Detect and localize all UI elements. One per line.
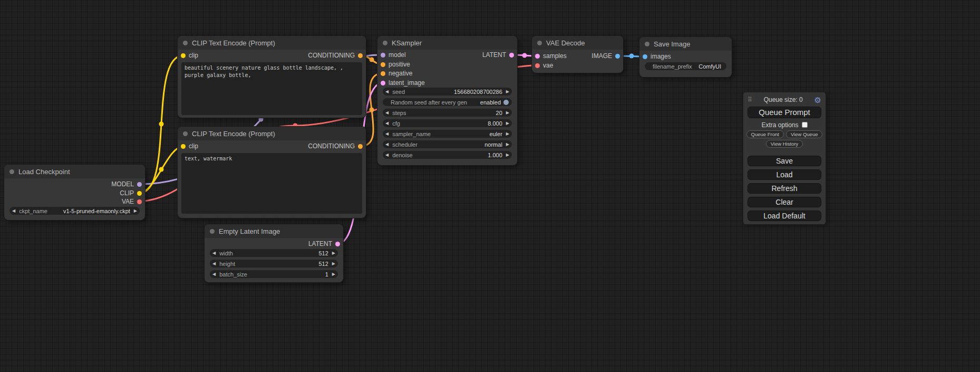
collapse-dot-icon[interactable] — [645, 42, 649, 46]
output-slot-model[interactable]: MODEL — [111, 180, 142, 188]
arrow-right-icon[interactable]: ▶ — [506, 121, 509, 126]
slot-dot-clip[interactable] — [181, 53, 186, 58]
node-title-bar[interactable]: Load Checkpoint — [4, 165, 145, 178]
arrow-right-icon[interactable]: ▶ — [332, 272, 335, 276]
arrow-right-icon[interactable]: ▶ — [506, 153, 509, 157]
widget-seed[interactable]: ◀ seed 156680208700286 ▶ — [383, 88, 512, 96]
node-save-image[interactable]: Save Image images filename_prefix ComfyU… — [639, 37, 732, 77]
arrow-right-icon[interactable]: ▶ — [506, 142, 509, 147]
node-ksampler[interactable]: KSampler model positive negative latent_… — [377, 36, 517, 165]
node-empty-latent-image[interactable]: Empty Latent Image LATENT ◀ width 512 ▶ … — [205, 224, 343, 282]
widget-scheduler[interactable]: ◀ scheduler normal ▶ — [383, 140, 512, 148]
input-slot-images[interactable]: images — [643, 53, 671, 60]
prompt-text-area[interactable]: text, watermark — [181, 153, 362, 214]
widget-ckpt-name[interactable]: ◀ ckpt_name v1-5-pruned-emaonly.ckpt ▶ — [9, 207, 140, 215]
arrow-left-icon[interactable]: ◀ — [212, 272, 216, 276]
collapse-dot-icon[interactable] — [383, 41, 387, 45]
input-slot-clip[interactable]: clip — [181, 142, 198, 150]
input-slot-positive[interactable]: positive — [381, 61, 410, 68]
slot-dot-clip[interactable] — [181, 144, 186, 149]
output-slot-latent[interactable]: LATENT — [308, 240, 340, 247]
arrow-left-icon[interactable]: ◀ — [385, 90, 389, 94]
input-slot-negative[interactable]: negative — [381, 70, 412, 77]
slot-dot-conditioning[interactable] — [381, 71, 385, 76]
slot-dot-latent[interactable] — [535, 54, 540, 59]
slot-dot-image[interactable] — [643, 54, 647, 59]
node-title-bar[interactable]: CLIP Text Encode (Prompt) — [178, 36, 366, 50]
collapse-dot-icon[interactable] — [537, 41, 542, 45]
arrow-right-icon[interactable]: ▶ — [506, 132, 509, 136]
prompt-text-area[interactable]: beautiful scenery nature glass bottle la… — [181, 62, 362, 115]
arrow-right-icon[interactable]: ▶ — [332, 251, 335, 255]
slot-dot-latent[interactable] — [335, 242, 340, 246]
output-slot-conditioning[interactable]: CONDITIONING — [308, 142, 363, 150]
queue-prompt-button[interactable]: Queue Prompt — [748, 107, 821, 118]
output-slot-vae[interactable]: VAE — [122, 198, 142, 205]
view-queue-button[interactable]: View Queue — [786, 130, 823, 138]
arrow-right-icon[interactable]: ▶ — [506, 90, 509, 94]
load-default-button[interactable]: Load Default — [748, 211, 821, 221]
extra-options-checkbox[interactable] — [802, 122, 808, 128]
input-slot-clip[interactable]: clip — [181, 52, 198, 59]
queue-front-button[interactable]: Queue Front — [746, 130, 784, 138]
widget-filename-prefix[interactable]: filename_prefix ComfyUI — [645, 62, 726, 70]
widget-random-seed-toggle[interactable]: Random seed after every gen enabled — [383, 98, 512, 106]
node-clip-text-encode-negative[interactable]: CLIP Text Encode (Prompt) clip CONDITION… — [178, 127, 366, 218]
toggle-knob[interactable] — [503, 100, 509, 105]
arrow-right-icon[interactable]: ▶ — [506, 111, 509, 115]
output-slot-clip[interactable]: CLIP — [120, 189, 142, 197]
input-slot-latent-image[interactable]: latent_image — [381, 79, 425, 87]
node-title-bar[interactable]: CLIP Text Encode (Prompt) — [178, 127, 366, 140]
clear-button[interactable]: Clear — [748, 197, 821, 207]
input-slot-vae[interactable]: vae — [535, 62, 553, 69]
slot-dot-vae[interactable] — [535, 63, 540, 68]
collapse-dot-icon[interactable] — [9, 169, 14, 174]
slot-dot-model[interactable] — [381, 53, 385, 58]
widget-cfg[interactable]: ◀ cfg 8.000 ▶ — [383, 119, 512, 127]
slot-dot-image[interactable] — [615, 54, 620, 59]
widget-height[interactable]: ◀ height 512 ▶ — [210, 260, 338, 268]
collapse-dot-icon[interactable] — [210, 229, 215, 234]
slot-dot-conditioning[interactable] — [358, 144, 363, 149]
arrow-left-icon[interactable]: ◀ — [12, 209, 15, 213]
widget-width[interactable]: ◀ width 512 ▶ — [210, 249, 338, 257]
save-button[interactable]: Save — [748, 156, 821, 166]
slot-dot-vae[interactable] — [137, 199, 142, 204]
node-title-bar[interactable]: Empty Latent Image — [205, 224, 343, 238]
arrow-right-icon[interactable]: ▶ — [332, 262, 335, 266]
node-vae-decode[interactable]: VAE Decode samples vae IMAGE — [532, 36, 623, 73]
input-slot-model[interactable]: model — [381, 51, 406, 59]
slot-dot-latent[interactable] — [509, 53, 514, 58]
arrow-left-icon[interactable]: ◀ — [212, 262, 216, 266]
load-button[interactable]: Load — [748, 169, 821, 180]
view-history-button[interactable]: View History — [766, 140, 803, 148]
arrow-right-icon[interactable]: ▶ — [134, 209, 137, 213]
graph-canvas[interactable]: { "icons": { "arrow_left": "◀", "arrow_r… — [0, 0, 980, 372]
node-clip-text-encode-positive[interactable]: CLIP Text Encode (Prompt) clip CONDITION… — [178, 36, 366, 118]
node-title-bar[interactable]: VAE Decode — [532, 36, 623, 50]
slot-dot-model[interactable] — [137, 182, 142, 187]
slot-dot-clip[interactable] — [137, 191, 142, 196]
widget-denoise[interactable]: ◀ denoise 1.000 ▶ — [383, 151, 512, 159]
arrow-left-icon[interactable]: ◀ — [385, 121, 389, 126]
widget-steps[interactable]: ◀ steps 20 ▶ — [383, 109, 512, 117]
drag-handle-icon[interactable]: ⠿ — [748, 96, 752, 103]
slot-dot-conditioning[interactable] — [358, 53, 363, 58]
slot-dot-conditioning[interactable] — [381, 62, 385, 67]
widget-sampler-name[interactable]: ◀ sampler_name euler ▶ — [383, 130, 512, 138]
arrow-left-icon[interactable]: ◀ — [385, 153, 389, 157]
collapse-dot-icon[interactable] — [183, 41, 188, 45]
output-slot-image[interactable]: IMAGE — [591, 52, 620, 60]
arrow-left-icon[interactable]: ◀ — [385, 132, 389, 136]
queue-menu-panel[interactable]: ⠿ Queue size: 0 ⚙ Queue Prompt Extra opt… — [743, 92, 826, 224]
input-slot-samples[interactable]: samples — [535, 52, 567, 60]
settings-gear-icon[interactable]: ⚙ — [814, 96, 821, 104]
arrow-left-icon[interactable]: ◀ — [385, 111, 389, 115]
output-slot-conditioning[interactable]: CONDITIONING — [308, 52, 363, 59]
collapse-dot-icon[interactable] — [183, 131, 188, 136]
refresh-button[interactable]: Refresh — [748, 183, 821, 194]
node-title-bar[interactable]: KSampler — [377, 36, 517, 50]
widget-batch-size[interactable]: ◀ batch_size 1 ▶ — [210, 270, 338, 278]
node-load-checkpoint[interactable]: Load Checkpoint MODEL CLIP VAE ◀ ckpt_na… — [4, 165, 145, 220]
output-slot-latent[interactable]: LATENT — [482, 51, 514, 59]
